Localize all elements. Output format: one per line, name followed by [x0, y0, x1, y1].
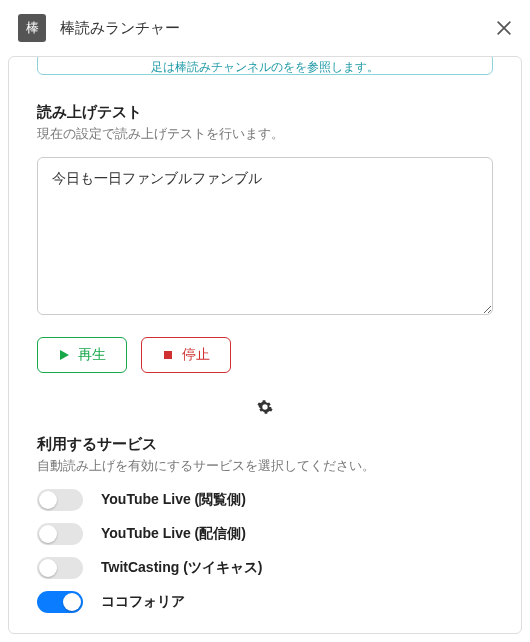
service-toggle[interactable]	[37, 523, 83, 545]
play-label: 再生	[78, 346, 106, 364]
stop-button[interactable]: 停止	[141, 337, 231, 373]
test-section-desc: 現在の設定で読み上げテストを行います。	[37, 126, 493, 143]
scroll-area[interactable]: 足は棒読みチャンネルのをを参照します。 読み上げテスト 現在の設定で読み上げテス…	[9, 57, 521, 633]
notice-text: 足は棒読みチャンネルのをを参照します。	[151, 60, 379, 74]
titlebar: 棒 棒読みランチャー	[0, 0, 530, 56]
test-section: 読み上げテスト 現在の設定で読み上げテストを行います。 今日も一日ファンブルファ…	[37, 103, 493, 373]
play-button[interactable]: 再生	[37, 337, 127, 373]
services-section-title: 利用するサービス	[37, 435, 493, 454]
app-icon: 棒	[18, 14, 46, 42]
toggle-knob	[39, 559, 57, 577]
content-outer: 足は棒読みチャンネルのをを参照します。 読み上げテスト 現在の設定で読み上げテス…	[0, 56, 530, 642]
service-toggle[interactable]	[37, 591, 83, 613]
service-item-cocofolia: ココフォリア	[37, 591, 493, 613]
service-label: YouTube Live (閲覧側)	[101, 491, 246, 509]
service-item-youtube-viewer: YouTube Live (閲覧側)	[37, 489, 493, 511]
service-item-youtube-streamer: YouTube Live (配信側)	[37, 523, 493, 545]
service-label: YouTube Live (配信側)	[101, 525, 246, 543]
stop-label: 停止	[182, 346, 210, 364]
svg-rect-0	[164, 351, 172, 359]
close-icon	[494, 18, 514, 38]
content-card: 足は棒読みチャンネルのをを参照します。 読み上げテスト 現在の設定で読み上げテス…	[8, 56, 522, 634]
services-section-desc: 自動読み上げを有効にするサービスを選択してください。	[37, 458, 493, 475]
service-item-twitcasting: TwitCasting (ツイキャス)	[37, 557, 493, 579]
service-toggle[interactable]	[37, 557, 83, 579]
notice-box: 足は棒読みチャンネルのをを参照します。	[37, 57, 493, 75]
services-section: 利用するサービス 自動読み上げを有効にするサービスを選択してください。 YouT…	[37, 435, 493, 613]
service-label: TwitCasting (ツイキャス)	[101, 559, 263, 577]
service-label: ココフォリア	[101, 593, 185, 611]
test-section-title: 読み上げテスト	[37, 103, 493, 122]
gear-icon	[257, 399, 273, 415]
service-toggle[interactable]	[37, 489, 83, 511]
stop-icon	[162, 349, 174, 361]
toggle-knob	[39, 525, 57, 543]
test-textarea[interactable]: 今日も一日ファンブルファンブル	[37, 157, 493, 315]
settings-gear-row[interactable]	[37, 399, 493, 415]
service-list: YouTube Live (閲覧側) YouTube Live (配信側) Tw…	[37, 489, 493, 613]
close-button[interactable]	[494, 18, 514, 38]
button-row: 再生 停止	[37, 337, 493, 373]
play-icon	[58, 349, 70, 361]
dialog: 棒 棒読みランチャー 足は棒読みチャンネルのをを参照します。 読み上げテスト 現…	[0, 0, 530, 642]
dialog-title: 棒読みランチャー	[60, 19, 480, 38]
toggle-knob	[63, 593, 81, 611]
toggle-knob	[39, 491, 57, 509]
